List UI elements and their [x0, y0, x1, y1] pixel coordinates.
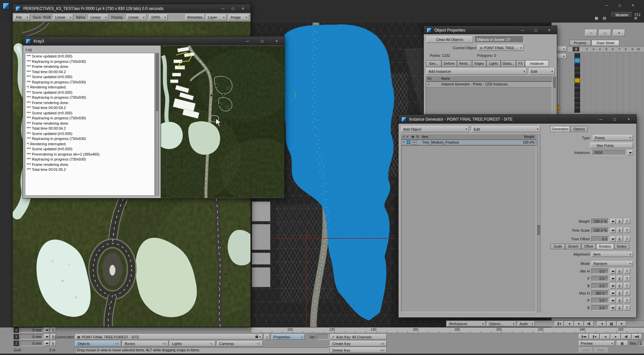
go-end-button[interactable]: ▶▌: [584, 321, 594, 326]
window-restore-icon[interactable]: □: [615, 2, 625, 8]
tab-instancer[interactable]: Instancer: [525, 60, 549, 67]
z-position-field[interactable]: 0 mm: [20, 341, 43, 346]
max-h-field[interactable]: 360.0 °: [591, 291, 609, 296]
maximize-icon[interactable]: □: [228, 6, 238, 12]
object-list[interactable]: [401, 145, 536, 312]
minimize-icon[interactable]: ─: [518, 27, 528, 33]
min-p-texture-button[interactable]: T: [624, 276, 630, 281]
tab-generation[interactable]: Generation: [551, 126, 570, 132]
tab-rotation[interactable]: Rotation: [596, 244, 614, 249]
maximize-icon[interactable]: □: [257, 38, 267, 44]
tab-geometry[interactable]: Geo...: [426, 60, 441, 67]
prev-key-button[interactable]: ▌◀: [589, 334, 599, 339]
max-b-stepper[interactable]: ◀▶: [610, 305, 616, 310]
kray-log-list[interactable]: *** Scene updated (t=0.000) *** Raytraci…: [25, 53, 155, 196]
object-row[interactable]: ✓ W Tree_Medium_Fraxinus 100.0%: [401, 140, 536, 145]
x-stepper[interactable]: ◀▶: [44, 327, 50, 333]
min-p-field[interactable]: 0.0 °: [591, 276, 609, 281]
max-h-stepper[interactable]: ◀▶: [610, 291, 616, 296]
close-icon[interactable]: ×: [272, 38, 282, 44]
close-icon[interactable]: ×: [238, 6, 248, 12]
tab-lights[interactable]: Lights: [486, 60, 501, 67]
fast-forward-button[interactable]: ▶▶▌: [632, 334, 642, 339]
play-reverse-button[interactable]: ◀: [597, 321, 606, 326]
minimize-icon[interactable]: ─: [242, 38, 252, 44]
properties-button[interactable]: Propertiesp: [271, 334, 305, 340]
min-p-stepper[interactable]: ◀▶: [610, 276, 616, 281]
add-instancer-dropdown[interactable]: Add Instancer▾: [426, 68, 527, 75]
dope-key-track[interactable]: [574, 53, 580, 113]
min-h-texture-button[interactable]: T: [624, 269, 630, 274]
step-forward-button[interactable]: ▶: [574, 321, 584, 326]
tab-property[interactable]: Property: [569, 40, 591, 46]
z-envelope-button[interactable]: E: [51, 341, 56, 346]
object-list-scrollbar[interactable]: [537, 134, 541, 312]
weight-texture-button[interactable]: T: [624, 219, 630, 224]
min-h-field[interactable]: 0.0 °: [591, 269, 609, 274]
rewind-button[interactable]: ▌◀◀: [579, 334, 589, 339]
layer-dropdown[interactable]: Layer▾: [206, 14, 227, 20]
alpha-mode-dropdown[interactable]: Linear▾: [88, 14, 108, 20]
min-b-field[interactable]: 0.0 °: [591, 283, 609, 289]
frame-forward-button[interactable]: ▶: [611, 334, 621, 339]
step-back-button[interactable]: ◀: [564, 321, 574, 326]
tab-dope-sheet[interactable]: Dope Sheet: [591, 40, 619, 46]
min-b-texture-button[interactable]: T: [624, 283, 630, 289]
current-object-dropdown[interactable]: ▣ POINT FINAL TREE:... ▾: [478, 45, 524, 51]
edit-dropdown[interactable]: Edit▾: [529, 68, 555, 75]
mode-objects-button[interactable]: Objects+O: [75, 341, 121, 346]
image-dropdown[interactable]: Image▾: [229, 14, 249, 20]
tab-options[interactable]: Options: [570, 126, 588, 132]
panel-maximize-icon[interactable]: □: [599, 30, 611, 36]
time-scale-envelope-button[interactable]: E: [617, 228, 623, 233]
max-b-envelope-button[interactable]: E: [617, 305, 623, 310]
options-dropdown[interactable]: Options...▾: [487, 321, 516, 326]
sel-count-field[interactable]: [317, 334, 329, 340]
tab-offset[interactable]: Offset: [581, 244, 596, 249]
tab-deform[interactable]: Deform: [441, 60, 457, 67]
tab-fx[interactable]: FX: [516, 60, 525, 67]
min-b-stepper[interactable]: ◀▶: [610, 283, 616, 289]
time-offset-envelope-button[interactable]: E: [617, 236, 623, 242]
check-icon[interactable]: ✓: [427, 82, 430, 86]
max-b-texture-button[interactable]: T: [624, 305, 630, 310]
add-object-dropdown[interactable]: Add Object▾: [401, 126, 469, 132]
tab-edges[interactable]: Edges: [472, 60, 486, 67]
go-start-button[interactable]: ▌◀: [555, 321, 564, 326]
instance-generator-titlebar[interactable]: Instance Generator - POINT FINAL TREE:FO…: [399, 115, 636, 124]
tab-scale[interactable]: Scale: [551, 244, 565, 249]
max-p-stepper[interactable]: ◀▶: [610, 298, 616, 303]
maximize-icon[interactable]: □: [531, 27, 541, 33]
time-offset-stepper[interactable]: ◀▶: [610, 236, 616, 242]
weight-mode-icon[interactable]: W: [412, 140, 417, 145]
mode-lights-button[interactable]: Lights+L: [170, 341, 216, 346]
redo-button[interactable]: Redo: [594, 347, 608, 353]
minimize-icon[interactable]: ─: [596, 116, 606, 122]
preview-dropdown[interactable]: Preview▾: [579, 341, 615, 346]
current-item-dropdown[interactable]: ▦ POINT FINAL TREE:FOREST - SITE ▾: [75, 334, 263, 340]
minimize-icon[interactable]: ─: [218, 6, 228, 12]
tab-stretch[interactable]: Stretch: [565, 244, 581, 249]
min-b-envelope-button[interactable]: E: [617, 283, 623, 289]
mode-cameras-button[interactable]: Cameras+C: [217, 341, 263, 346]
mode-dropdown[interactable]: Random▾: [591, 261, 633, 266]
kray-titlebar[interactable]: Kray3 ─ □ ×: [23, 37, 284, 46]
panel-minimize-icon[interactable]: ─: [585, 30, 597, 36]
tab-global[interactable]: Globa...: [501, 60, 516, 67]
instancer-row[interactable]: ✓ Instance Generator - Points - 1232 Ins…: [426, 82, 552, 87]
undo-button[interactable]: Undo: [579, 347, 593, 353]
time-scale-stepper[interactable]: ◀▶: [610, 228, 616, 233]
close-icon[interactable]: ×: [624, 116, 634, 122]
time-scale-texture-button[interactable]: T: [624, 228, 630, 233]
metadata-button[interactable]: Metadata: [185, 14, 205, 20]
min-h-stepper[interactable]: ◀▶: [610, 269, 616, 274]
max-p-field[interactable]: 0.0 °: [591, 298, 609, 303]
weight-field[interactable]: 100.0 %: [591, 219, 609, 224]
max-p-envelope-button[interactable]: E: [617, 298, 623, 303]
weight-stepper[interactable]: ◀▶: [610, 219, 616, 224]
z-stepper[interactable]: ◀▶: [44, 341, 50, 346]
instancer-list[interactable]: ✓ Instance Generator - Points - 1232 Ins…: [426, 81, 552, 115]
timeline-ruler[interactable]: 80 100 120 140 160 180 200 220 240 250: [251, 327, 644, 333]
modeler-button[interactable]: Modeler: [611, 12, 633, 18]
max-h-texture-button[interactable]: T: [624, 291, 630, 296]
